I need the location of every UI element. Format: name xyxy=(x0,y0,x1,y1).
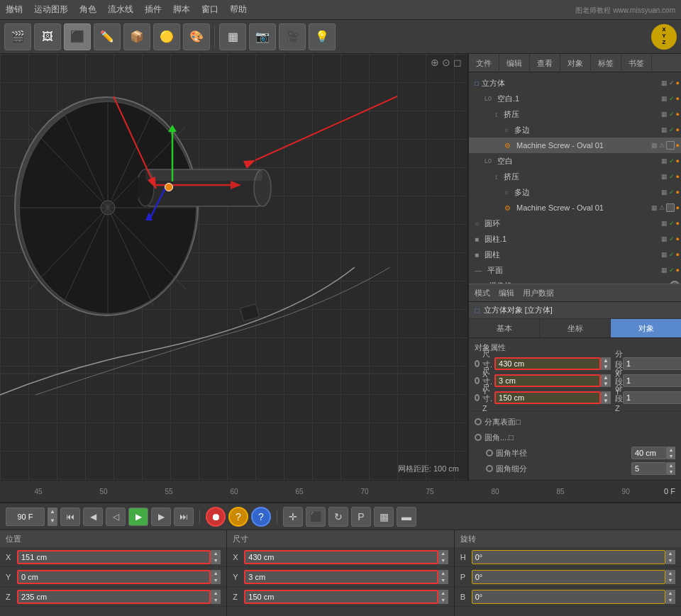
rot-spin-h[interactable]: ▲ ▼ xyxy=(665,550,675,564)
rot-spin-h-down[interactable]: ▼ xyxy=(665,557,675,564)
pos-spin-y[interactable]: ▲ ▼ xyxy=(211,570,221,584)
move-tool[interactable]: ✛ xyxy=(283,507,303,527)
tree-item-empty1[interactable]: L0 空白.1 ▦ ✓ ● xyxy=(469,91,681,106)
prop-spinner-x-up[interactable]: ▲ xyxy=(601,357,611,364)
tree-item-plane[interactable]: — 平面 ▦ ✓ ● xyxy=(469,262,681,278)
size-input-z[interactable] xyxy=(244,590,438,604)
prop-tab-object[interactable]: 对象 xyxy=(611,319,681,337)
tree-item-poly1[interactable]: ○ 多边 ▦ ✓ ● xyxy=(469,122,681,138)
tree-item-extrude2[interactable]: ↕ 挤压 ▦ ✓ ● xyxy=(469,169,681,184)
step-back-btn[interactable]: ◀ xyxy=(83,508,103,526)
tool-texture[interactable]: 🟡 xyxy=(153,23,180,50)
frame-input[interactable] xyxy=(6,508,45,526)
size-spin-y-up[interactable]: ▲ xyxy=(438,570,448,577)
pos-spin-x-down[interactable]: ▼ xyxy=(211,557,221,564)
prop-fillet-radius-input[interactable] xyxy=(631,447,667,459)
tree-item-screw1[interactable]: ⚙ Machine Screw - Oval 01 ▦ ⚠ ● xyxy=(469,138,681,153)
mode-tab[interactable]: 模式 xyxy=(475,288,490,298)
menu-script[interactable]: 脚本 xyxy=(173,4,190,16)
pos-spin-y-down[interactable]: ▼ xyxy=(211,577,221,584)
prop-tab-basic[interactable]: 基本 xyxy=(469,319,540,337)
film-tool[interactable]: ▬ xyxy=(397,507,416,527)
size-input-x[interactable] xyxy=(244,550,438,564)
tool-paint[interactable]: 🎨 xyxy=(183,23,210,50)
prop-spinner-z-down[interactable]: ▼ xyxy=(601,398,611,404)
menu-help[interactable]: 帮助 xyxy=(230,4,247,16)
prop-fillet-sub-up[interactable]: ▲ xyxy=(667,462,675,469)
tree-item-cube[interactable]: □ 立方体 ▦ ✓ ● xyxy=(469,75,681,91)
size-input-y[interactable] xyxy=(244,570,438,584)
size-spin-y-down[interactable]: ▼ xyxy=(438,577,448,584)
go-start-btn[interactable]: ⏮ xyxy=(60,508,80,526)
play-back-btn[interactable]: ◁ xyxy=(106,508,126,526)
tree-item-torus[interactable]: ○ 圆环 ▦ ✓ ● xyxy=(469,215,681,231)
tree-item-poly2[interactable]: ○ 多边 ▦ ✓ ● xyxy=(469,184,681,200)
tool-light[interactable]: 💡 xyxy=(309,23,336,50)
tool-grid[interactable]: ▦ xyxy=(219,23,246,50)
tool-object[interactable]: 📦 xyxy=(123,23,150,50)
prop-fillet-radius-up[interactable]: ▲ xyxy=(667,447,675,453)
tab-object[interactable]: 对象 xyxy=(560,54,591,72)
rotate-tool[interactable]: ↻ xyxy=(328,507,348,527)
play-btn[interactable]: ▶ xyxy=(128,508,148,526)
pos-spin-z-down[interactable]: ▼ xyxy=(211,597,221,604)
prop-spinner-z-up[interactable]: ▲ xyxy=(601,391,611,398)
prop-fillet-sub-down[interactable]: ▼ xyxy=(667,469,675,475)
tool-camera-left[interactable]: 📷 xyxy=(249,23,276,50)
rot-spin-p-down[interactable]: ▼ xyxy=(665,577,675,584)
prop-spinner-x-down[interactable]: ▼ xyxy=(601,364,611,370)
size-spin-z-down[interactable]: ▼ xyxy=(438,597,448,604)
menu-motion[interactable]: 运动图形 xyxy=(34,4,68,16)
size-spin-y[interactable]: ▲ ▼ xyxy=(438,570,448,584)
size-spin-x-down[interactable]: ▼ xyxy=(438,557,448,564)
prop-fillet-radius-down[interactable]: ▼ xyxy=(667,453,675,459)
tree-item-cyl1[interactable]: ■ 圆柱.1 ▦ ✓ ● xyxy=(469,231,681,247)
rot-spin-b[interactable]: ▲ ▼ xyxy=(665,590,675,604)
prop-fillet-sub-input[interactable] xyxy=(631,462,667,475)
menu-character[interactable]: 角色 xyxy=(79,4,96,16)
rot-spin-p-up[interactable]: ▲ xyxy=(665,570,675,577)
pos-spin-z[interactable]: ▲ ▼ xyxy=(211,590,221,604)
rot-input-h[interactable] xyxy=(472,550,665,564)
prop-spinner-z[interactable]: ▲ ▼ xyxy=(601,391,611,404)
pos-input-z[interactable] xyxy=(17,590,211,604)
rot-spin-p[interactable]: ▲ ▼ xyxy=(665,570,675,584)
prop-spinner-y-up[interactable]: ▲ xyxy=(601,374,611,381)
frame-up[interactable]: ▲ xyxy=(48,508,57,517)
rot-input-p[interactable] xyxy=(472,570,665,584)
rot-spin-b-up[interactable]: ▲ xyxy=(665,590,675,597)
menu-pipeline[interactable]: 流水线 xyxy=(108,4,133,16)
rot-spin-h-up[interactable]: ▲ xyxy=(665,550,675,557)
prop-input-x[interactable] xyxy=(494,357,601,370)
prop-fillet-radius-spin[interactable]: ▲ ▼ xyxy=(667,447,675,459)
step-fwd-btn[interactable]: ▶ xyxy=(151,508,171,526)
size-spin-z[interactable]: ▲ ▼ xyxy=(438,590,448,604)
tool-camera-right[interactable]: 🎥 xyxy=(279,23,306,50)
tool-cube[interactable]: ⬛ xyxy=(64,23,91,50)
scale-tool[interactable]: ⬛ xyxy=(306,507,326,527)
prop-tab-coords[interactable]: 坐标 xyxy=(540,319,611,337)
prop-spinner-y[interactable]: ▲ ▼ xyxy=(601,374,611,387)
size-spin-x[interactable]: ▲ ▼ xyxy=(438,550,448,564)
pos-spin-x[interactable]: ▲ ▼ xyxy=(211,550,221,564)
userdata-tab[interactable]: 用户数据 xyxy=(523,288,554,298)
tool-film[interactable]: 🎬 xyxy=(4,23,31,50)
tool-render[interactable]: 🖼 xyxy=(34,23,61,50)
rot-spin-b-down[interactable]: ▼ xyxy=(665,597,675,604)
tool-edit[interactable]: ✏️ xyxy=(94,23,121,50)
menu-undo[interactable]: 撤销 xyxy=(6,4,23,16)
pos-spin-z-up[interactable]: ▲ xyxy=(211,590,221,597)
tab-file[interactable]: 文件 xyxy=(469,54,499,72)
pos-spin-x-up[interactable]: ▲ xyxy=(211,550,221,557)
frame-spinner[interactable]: ▲ ▼ xyxy=(48,508,57,526)
tree-item-screw2[interactable]: ⚙ Machine Screw - Oval 01 ▦ ⚠ ● xyxy=(469,200,681,215)
tree-item-empty2[interactable]: L0 空白 ▦ ✓ ● xyxy=(469,153,681,169)
prop-fillet-sub-spin[interactable]: ▲ ▼ xyxy=(667,462,675,475)
prop-spinner-y-down[interactable]: ▼ xyxy=(601,381,611,387)
frame-down[interactable]: ▼ xyxy=(48,517,57,526)
record-btn[interactable]: ⏺ xyxy=(206,507,226,527)
pos-input-x[interactable] xyxy=(17,550,211,564)
go-end-btn[interactable]: ⏭ xyxy=(174,508,194,526)
menu-window[interactable]: 窗口 xyxy=(201,4,218,16)
prop-right-input-z[interactable] xyxy=(623,391,681,404)
